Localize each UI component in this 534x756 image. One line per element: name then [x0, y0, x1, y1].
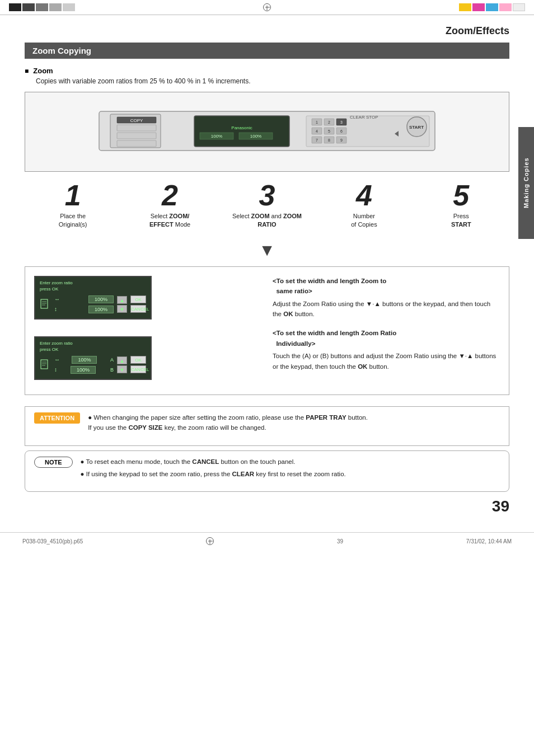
steps-row: 1 Place theOriginal(s) 2 Select ZOOM/EFF…	[25, 181, 509, 229]
bottom-left-text: P038-039_4510(pb).p65	[22, 538, 83, 544]
lcd2-arrow-up[interactable]: ▲	[117, 356, 127, 364]
svg-text:5: 5	[328, 129, 330, 133]
section-title: Zoom/Effects	[25, 25, 509, 37]
page-wrapper: Making Copies Zoom/Effects Zoom Copying …	[0, 0, 534, 550]
machine-image-box: Panasonic 100% 100% 1 2 3 4	[25, 92, 509, 172]
step-2: 2 Select ZOOM/EFFECT Mode	[127, 181, 212, 229]
svg-rect-40	[41, 360, 48, 369]
step-5-number: 5	[453, 181, 469, 210]
lcd1-cancel-btn[interactable]: CANCEL	[130, 305, 146, 313]
note-row: NOTE ● To reset each menu mode, touch th…	[34, 457, 500, 482]
step-4-number: 4	[356, 181, 372, 210]
panel-section-1: <To set the width and length Zoom to sam…	[273, 276, 500, 320]
svg-text:1: 1	[316, 120, 318, 124]
color-block-4	[49, 3, 62, 11]
page-content: Making Copies Zoom/Effects Zoom Copying …	[0, 15, 534, 521]
svg-text:3: 3	[340, 120, 343, 124]
top-bar-right	[459, 3, 525, 11]
lcd2-cancel-btn[interactable]: CANCEL	[130, 365, 146, 373]
svg-text:START: START	[409, 125, 424, 130]
top-bar	[0, 0, 534, 15]
attention-box: ATTENTION ● When changing the paper size…	[25, 406, 509, 446]
svg-text:CLEAR  STOP: CLEAR STOP	[350, 115, 378, 120]
zoom-copying-banner: Zoom Copying	[25, 43, 509, 59]
lcd1-row1: ↔ 100%	[54, 295, 114, 303]
bottom-center-text: 39	[337, 538, 343, 544]
lcd1-row1-icon: ↔	[54, 296, 60, 302]
step-3: 3 Select ZOOM and ZOOMRATIO	[224, 181, 310, 229]
zoom-panel-left: Enter zoom ratio press OK	[34, 276, 261, 386]
down-arrow: ▼	[25, 241, 509, 260]
step-2-number: 2	[162, 181, 178, 210]
note-label: NOTE	[34, 457, 73, 468]
lcd2-press-ok: press OK	[40, 347, 146, 352]
lcd2-doc-icon	[40, 359, 51, 370]
attention-row: ATTENTION ● When changing the paper size…	[34, 412, 500, 433]
lcd2-ok-btn[interactable]: OK	[130, 356, 146, 364]
step-1-label: Place theOriginal(s)	[59, 212, 87, 229]
lcd2-row2-value: 100%	[71, 366, 96, 374]
zoom-panel-right: <To set the width and length Zoom to sam…	[273, 276, 500, 386]
svg-rect-33	[117, 125, 156, 131]
lcd2-arrow-down[interactable]: ▼	[117, 365, 127, 373]
lcd2-enter-text: Enter zoom ratio	[40, 341, 146, 346]
page-number: 39	[25, 497, 509, 515]
lcd1-press-ok: press OK	[40, 287, 146, 292]
step-5: 5 PressSTART	[419, 181, 504, 229]
top-bar-left	[9, 3, 75, 11]
step-5-label: PressSTART	[451, 212, 471, 229]
lcd1-ok-btn[interactable]: OK	[130, 295, 146, 303]
panel-section-2: <To set the width and length Zoom Ratio …	[273, 328, 500, 372]
svg-text:9: 9	[340, 138, 343, 142]
svg-rect-34	[117, 133, 156, 139]
zoom-description: Copies with variable zoom ratios from 25…	[36, 77, 509, 85]
bottom-crosshair	[206, 537, 214, 545]
lcd1-row2: ↕ 100%	[54, 306, 114, 313]
lcd1-arrow-down[interactable]: ▼	[117, 305, 127, 313]
lcd-panel-1-wrap: Enter zoom ratio press OK	[34, 276, 261, 320]
color-block-r2	[472, 3, 485, 11]
svg-text:7: 7	[316, 138, 318, 142]
lcd-panel-2-wrap: Enter zoom ratio press OK	[34, 336, 261, 380]
svg-text:100%: 100%	[250, 134, 261, 139]
lcd2-row1-value: 100%	[72, 356, 97, 364]
step-4: 4 Numberof Copies	[321, 181, 406, 229]
color-block-r1	[459, 3, 471, 11]
svg-text:8: 8	[328, 138, 330, 142]
svg-text:COPY: COPY	[130, 118, 143, 123]
lcd1-doc-icon	[40, 298, 51, 309]
svg-text:Panasonic: Panasonic	[231, 125, 252, 130]
attention-label: ATTENTION	[34, 412, 80, 424]
svg-rect-36	[41, 299, 48, 308]
top-crosshair	[263, 3, 271, 12]
svg-text:2: 2	[328, 120, 330, 124]
color-block-r4	[499, 3, 512, 11]
lcd-panel-2-box: Enter zoom ratio press OK	[34, 336, 152, 380]
lcd2-row1-icon: ↔	[54, 356, 60, 363]
note-box: NOTE ● To reset each menu mode, touch th…	[25, 450, 509, 492]
svg-rect-2	[194, 116, 289, 147]
lcd-panel-1-box: Enter zoom ratio press OK	[34, 276, 152, 320]
lcd1-arrow-up[interactable]: ▲	[117, 296, 127, 304]
step-2-label: Select ZOOM/EFFECT Mode	[149, 212, 190, 229]
lcd-panel-2: Enter zoom ratio press OK	[34, 336, 152, 380]
machine-svg-wrap: Panasonic 100% 100% 1 2 3 4	[33, 100, 501, 163]
svg-text:4: 4	[316, 129, 318, 133]
panel-section-2-body: Touch the (A) or (B) buttons and adjust …	[273, 351, 500, 372]
zoom-subtitle: Zoom	[25, 67, 509, 75]
svg-text:100%: 100%	[211, 134, 222, 139]
color-block-r5	[513, 3, 525, 11]
step-3-number: 3	[259, 181, 275, 210]
color-block-3	[36, 3, 48, 11]
step-4-label: Numberof Copies	[351, 212, 377, 229]
panel-section-1-title: <To set the width and length Zoom to sam…	[273, 276, 500, 297]
panel-section-1-body: Adjust the Zoom Ratio using the ▼·▲ butt…	[273, 299, 500, 320]
attention-content: ● When changing the paper size after set…	[88, 412, 368, 433]
color-block-5	[63, 3, 75, 11]
lcd2-row1: ↔ 100% A	[54, 356, 114, 364]
step-3-label: Select ZOOM and ZOOMRATIO	[232, 212, 302, 229]
lcd1-row2-icon: ↕	[54, 306, 57, 312]
zoom-panels: Enter zoom ratio press OK	[25, 266, 509, 395]
color-block-2	[22, 3, 35, 11]
color-block-1	[9, 3, 21, 11]
